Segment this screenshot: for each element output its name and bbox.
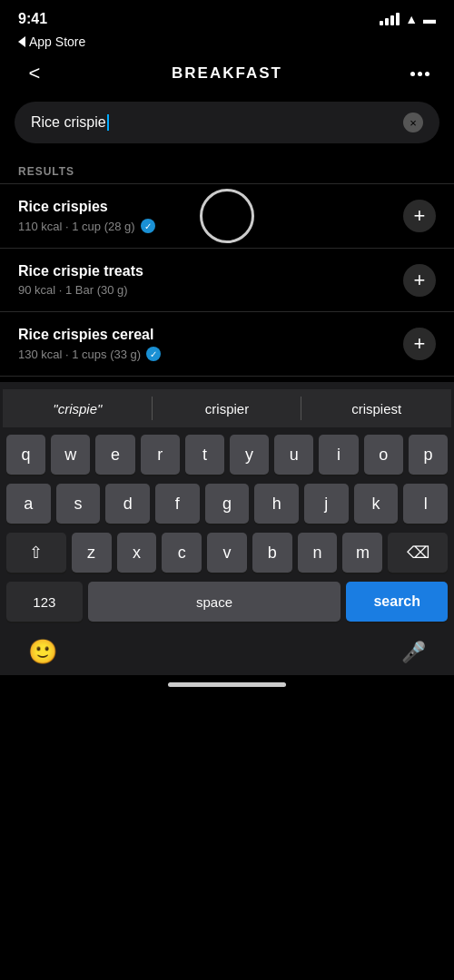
- key-n[interactable]: n: [298, 533, 338, 573]
- wifi-icon: ▲: [405, 12, 418, 26]
- keyboard-bottom-bar: 🙂 🎤: [3, 631, 451, 675]
- key-m[interactable]: m: [342, 533, 382, 573]
- key-x[interactable]: x: [117, 533, 157, 573]
- key-f[interactable]: f: [155, 484, 200, 524]
- space-key[interactable]: space: [88, 582, 341, 622]
- food-meta-1: 90 kcal · 1 Bar (30 g): [18, 283, 403, 297]
- key-w[interactable]: w: [51, 435, 90, 475]
- home-indicator: [0, 675, 454, 696]
- key-row-3: ⇧ z x c v b n m ⌫: [3, 533, 451, 573]
- search-bar-container: Rice crispie ×: [0, 98, 454, 158]
- text-cursor: [107, 114, 109, 131]
- search-input[interactable]: Rice crispie: [31, 114, 396, 132]
- food-name-0: Rice crispies: [18, 199, 403, 215]
- key-g[interactable]: g: [205, 484, 250, 524]
- back-button[interactable]: <: [18, 64, 51, 83]
- food-item-1[interactable]: Rice crispie treats 90 kcal · 1 Bar (30 …: [0, 249, 454, 312]
- chevron-left-icon: [18, 36, 25, 47]
- key-i[interactable]: i: [319, 435, 358, 475]
- app-store-bar: App Store: [0, 33, 454, 56]
- page-title: BREAKFAST: [51, 64, 403, 83]
- food-meta-0: 110 kcal · 1 cup (28 g) ✓: [18, 219, 403, 233]
- clear-button[interactable]: ×: [403, 113, 423, 132]
- key-u[interactable]: u: [274, 435, 313, 475]
- key-c[interactable]: c: [162, 533, 202, 573]
- key-y[interactable]: y: [230, 435, 269, 475]
- home-bar: [168, 682, 286, 687]
- more-dots-icon: [410, 72, 429, 76]
- status-bar: 9:41 ▲ ▬: [0, 0, 454, 33]
- food-info-2: Rice crispies cereal 130 kcal · 1 cups (…: [18, 327, 403, 361]
- key-e[interactable]: e: [95, 435, 134, 475]
- numbers-key[interactable]: 123: [6, 582, 83, 622]
- key-j[interactable]: j: [304, 484, 349, 524]
- search-key[interactable]: search: [346, 582, 448, 622]
- add-button-2[interactable]: +: [403, 328, 436, 360]
- key-h[interactable]: h: [254, 484, 299, 524]
- key-k[interactable]: k: [354, 484, 399, 524]
- app-store-label: App Store: [29, 34, 85, 49]
- key-row-2: a s d f g h j k l: [3, 484, 451, 524]
- delete-key[interactable]: ⌫: [388, 533, 448, 573]
- food-list: Rice crispies 110 kcal · 1 cup (28 g) ✓ …: [0, 183, 454, 377]
- verified-badge-0: ✓: [141, 219, 155, 233]
- back-arrow-icon: <: [29, 64, 41, 83]
- suggestion-2[interactable]: crispiest: [301, 389, 451, 427]
- key-v[interactable]: v: [207, 533, 247, 573]
- results-label: RESULTS: [0, 158, 454, 183]
- key-t[interactable]: t: [185, 435, 224, 475]
- key-o[interactable]: o: [364, 435, 403, 475]
- key-row-4: 123 space search: [3, 582, 451, 622]
- status-icons: ▲ ▬: [380, 12, 436, 26]
- signal-icon: [380, 13, 400, 25]
- emoji-icon[interactable]: 🙂: [28, 638, 57, 666]
- status-time: 9:41: [18, 11, 47, 27]
- key-p[interactable]: p: [409, 435, 448, 475]
- food-name-1: Rice crispie treats: [18, 263, 403, 279]
- key-q[interactable]: q: [6, 435, 45, 475]
- key-a[interactable]: a: [6, 484, 51, 524]
- key-d[interactable]: d: [105, 484, 150, 524]
- more-button[interactable]: [403, 72, 436, 76]
- app-store-back[interactable]: App Store: [18, 34, 85, 49]
- key-s[interactable]: s: [56, 484, 101, 524]
- add-button-0[interactable]: +: [403, 200, 436, 232]
- suggestions-row: "crispie" crispier crispiest: [3, 389, 451, 427]
- key-z[interactable]: z: [72, 533, 112, 573]
- battery-icon: ▬: [423, 12, 436, 26]
- search-bar[interactable]: Rice crispie ×: [15, 102, 439, 143]
- keyboard: "crispie" crispier crispiest q w e r t y…: [0, 382, 454, 675]
- food-info-1: Rice crispie treats 90 kcal · 1 Bar (30 …: [18, 263, 403, 297]
- key-r[interactable]: r: [141, 435, 180, 475]
- page-header: < BREAKFAST: [0, 56, 454, 98]
- verified-badge-2: ✓: [146, 347, 161, 361]
- food-meta-2: 130 kcal · 1 cups (33 g) ✓: [18, 347, 403, 361]
- food-item-2[interactable]: Rice crispies cereal 130 kcal · 1 cups (…: [0, 312, 454, 377]
- food-info-0: Rice crispies 110 kcal · 1 cup (28 g) ✓: [18, 199, 403, 233]
- key-l[interactable]: l: [403, 484, 448, 524]
- food-item-0[interactable]: Rice crispies 110 kcal · 1 cup (28 g) ✓ …: [0, 184, 454, 249]
- shift-key[interactable]: ⇧: [6, 533, 66, 573]
- mic-icon[interactable]: 🎤: [401, 641, 426, 664]
- key-row-1: q w e r t y u i o p: [3, 435, 451, 475]
- suggestion-0[interactable]: "crispie": [3, 389, 153, 427]
- food-name-2: Rice crispies cereal: [18, 327, 403, 343]
- suggestion-1[interactable]: crispier: [153, 389, 302, 427]
- key-b[interactable]: b: [252, 533, 292, 573]
- add-button-1[interactable]: +: [403, 264, 436, 297]
